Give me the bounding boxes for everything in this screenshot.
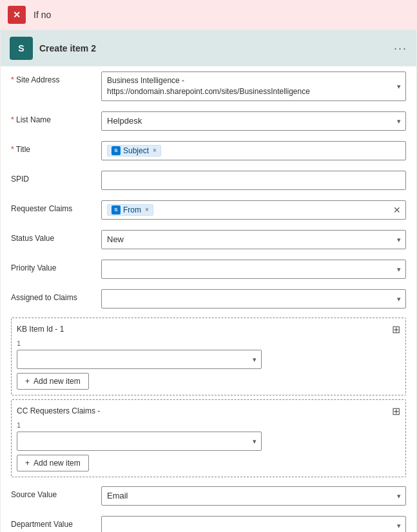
card-more-button[interactable]: ··· [394, 42, 407, 55]
priority-value-row: Priority Value ▾ [11, 254, 406, 284]
department-value-label: Department Value [11, 516, 101, 529]
cc-section-title: CC Requesters Claims - [17, 406, 100, 415]
title-control: S Subject × [101, 141, 406, 160]
status-value-row: Status Value New ▾ [11, 225, 406, 254]
title-label: Title [11, 141, 101, 154]
list-name-label: List Name [11, 111, 101, 124]
list-name-row: List Name Helpdesk ▾ [11, 106, 406, 136]
title-input[interactable]: S Subject × [101, 141, 406, 160]
kb-inner-dropdown[interactable] [17, 350, 262, 369]
cc-inner-dropdown-wrapper: ▾ [17, 432, 262, 451]
banner-title: If no [34, 10, 51, 20]
site-address-dropdown[interactable]: Business Intelligence -https://ondomain.… [101, 71, 406, 101]
create-item-card: S Create item 2 ··· Site Address Busines… [0, 30, 417, 532]
close-icon: ✕ [13, 10, 21, 20]
spid-row: SPID [11, 166, 406, 195]
card-icon: S [10, 37, 33, 60]
kb-add-item-button[interactable]: + Add new item [17, 373, 89, 390]
requester-claims-control: S From × ✕ [101, 200, 406, 220]
cc-section-table-icon[interactable]: ⊞ [392, 405, 400, 417]
assigned-claims-dropdown[interactable] [101, 289, 406, 309]
requester-claims-label: Requester Claims [11, 200, 101, 213]
cc-section-header: CC Requesters Claims - ⊞ [17, 405, 400, 417]
subject-token-icon: S [112, 146, 121, 155]
kb-inner-dropdown-wrapper: ▾ [17, 350, 262, 369]
requester-claims-row: Requester Claims S From × ✕ [11, 195, 406, 225]
assigned-claims-label: Assigned to Claims [11, 289, 101, 302]
department-value-dropdown[interactable] [101, 516, 406, 532]
spid-label: SPID [11, 171, 101, 184]
cc-inner-dropdown[interactable] [17, 432, 262, 451]
source-value-label: Source Value [11, 486, 101, 499]
kb-section-header: KB Item Id - 1 ⊞ [17, 323, 400, 336]
subject-token-close[interactable]: × [153, 147, 157, 154]
list-name-control: Helpdesk ▾ [101, 111, 406, 131]
subject-token-text: Subject [123, 146, 149, 155]
from-token-close[interactable]: × [145, 206, 149, 213]
kb-add-item-label: Add new item [34, 377, 81, 386]
from-token: S From × [107, 204, 153, 216]
kb-section-number: 1 [17, 339, 400, 347]
list-name-value: Helpdesk [107, 116, 142, 126]
assigned-claims-row: Assigned to Claims ▾ [11, 284, 406, 314]
spid-input[interactable] [101, 171, 406, 190]
cc-requesters-section: CC Requesters Claims - ⊞ 1 ▾ + Add new i… [11, 399, 406, 477]
title-subject-token: S Subject × [107, 145, 161, 157]
site-address-row: Site Address Business Intelligence -http… [11, 66, 406, 106]
from-token-text: From [123, 205, 141, 214]
source-value-text: Email [107, 491, 128, 500]
site-address-control: Business Intelligence -https://ondomain.… [101, 71, 406, 101]
spid-control [101, 171, 406, 190]
assigned-claims-control: ▾ [101, 289, 406, 309]
site-address-value: Business Intelligence -https://ondomain.… [107, 75, 310, 97]
requester-claims-input[interactable]: S From × [101, 200, 406, 220]
source-value-dropdown[interactable]: Email [101, 486, 406, 506]
priority-value-dropdown[interactable] [101, 260, 406, 279]
cc-add-plus-icon: + [25, 459, 30, 468]
status-value-text: New [107, 234, 124, 244]
card-header: S Create item 2 ··· [1, 30, 416, 66]
department-value-control: ▾ [101, 516, 406, 532]
close-button[interactable]: ✕ [8, 6, 26, 24]
source-value-control: Email ▾ [101, 486, 406, 506]
title-row: Title S Subject × [11, 136, 406, 166]
from-token-icon: S [112, 205, 121, 214]
cc-add-item-button[interactable]: + Add new item [17, 455, 89, 471]
if-no-banner: ✕ If no [0, 0, 417, 30]
list-name-dropdown[interactable]: Helpdesk [101, 111, 406, 131]
site-address-label: Site Address [11, 71, 101, 84]
cc-section-number: 1 [17, 421, 400, 429]
cc-add-item-label: Add new item [34, 459, 81, 468]
kb-item-section: KB Item Id - 1 ⊞ 1 ▾ + Add new item [11, 318, 406, 395]
source-value-row: Source Value Email ▾ [11, 481, 406, 511]
priority-value-control: ▾ [101, 260, 406, 279]
status-value-label: Status Value [11, 230, 101, 243]
kb-section-table-icon[interactable]: ⊞ [392, 323, 400, 336]
form-body: Site Address Business Intelligence -http… [1, 66, 416, 532]
card-title: Create item 2 [39, 43, 387, 53]
card-icon-letter: S [18, 43, 24, 53]
status-value-control: New ▾ [101, 230, 406, 249]
requester-claims-clear-icon[interactable]: ✕ [393, 205, 401, 215]
status-value-dropdown[interactable]: New [101, 230, 406, 249]
department-value-row: Department Value ▾ [11, 511, 406, 532]
priority-value-label: Priority Value [11, 260, 101, 272]
kb-add-plus-icon: + [25, 377, 30, 386]
kb-section-title: KB Item Id - 1 [17, 325, 64, 334]
